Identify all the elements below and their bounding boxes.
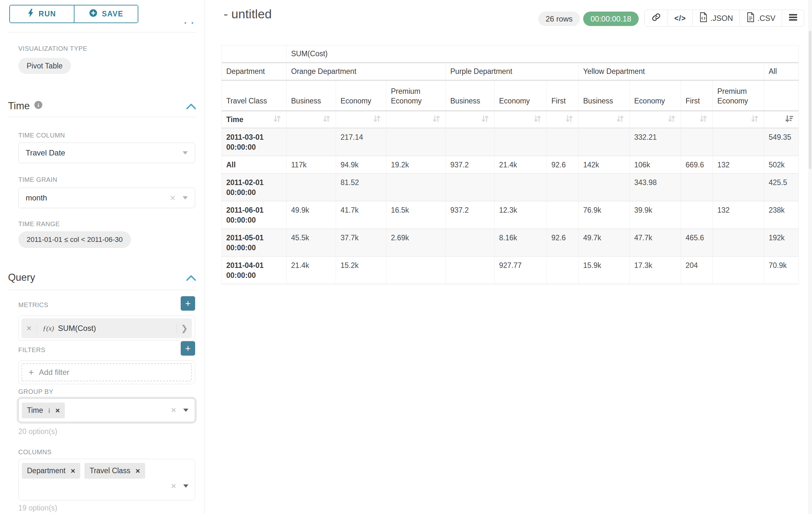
value-cell [713,229,764,257]
chevron-right-icon[interactable]: ❯ [176,324,192,333]
query-timer-badge: 00:00:00.18 [583,11,639,26]
sort-icon[interactable] [372,114,382,125]
sort-icon[interactable] [616,114,625,125]
sort-icon[interactable] [322,114,331,125]
time-column-select[interactable]: Travel Date [18,143,195,163]
superset-explore-view: Chart Type RUN SAVE VISUALIZATION TYPE P… [0,0,812,514]
table-row: 2011-05-01 00:00:0045.5k37.7k2.69k8.16k9… [222,229,799,257]
column-header: Economy [630,81,681,111]
run-button[interactable]: RUN [10,5,74,23]
sort-icon[interactable] [481,114,490,125]
value-cell: 502k [764,156,799,174]
value-cell [547,201,579,229]
value-cell: 12.3k [495,201,547,229]
selected-option-pill[interactable]: Department× [22,463,80,479]
value-cell: 8.16k [495,229,547,257]
time-grain-select[interactable]: month × [18,188,195,208]
scrollbar-thumb[interactable] [809,31,811,169]
group-by-options-hint: 20 option(s) [18,427,57,436]
value-cell: 47.7k [630,229,681,257]
value-cell: 465.6 [681,229,713,257]
row-label: All [222,156,287,174]
column-header: Economy [336,81,386,111]
row-label: 2011-03-01 00:00:00 [222,129,287,156]
value-cell [386,257,446,284]
sort-icon[interactable] [432,114,441,125]
sort-icon[interactable] [750,114,759,125]
svg-text:i: i [37,102,39,108]
scrollbar[interactable] [808,0,812,514]
metric-body[interactable]: ƒ(x) SUM(Cost) [37,324,176,333]
value-cell [386,174,446,201]
pill-label: Department [27,466,65,475]
export-csv-button[interactable]: .CSV [740,10,782,26]
remove-pill-icon[interactable]: × [70,466,75,476]
value-cell [579,174,630,201]
file-csv-icon [746,12,755,24]
visualization-type-label: VISUALIZATION TYPE [18,45,87,52]
panel-resize-handle[interactable] [184,22,193,24]
value-cell: 15.2k [336,257,386,284]
value-cell [446,257,495,284]
toolbar-button-label: .CSV [757,14,775,23]
time-range-pill[interactable]: 2011-01-01 ≤ col < 2011-06-30 [18,231,131,248]
query-section-header[interactable]: Query [8,272,35,283]
add-filter-button[interactable]: + Add filter [22,363,192,381]
selected-option-pill[interactable]: Timei× [22,403,65,418]
menu-button[interactable] [782,10,804,26]
sort-icon[interactable] [564,114,574,125]
sort-icon[interactable] [533,114,542,125]
plus-icon: + [29,367,34,377]
plus-circle-icon [89,9,97,19]
remove-pill-icon[interactable]: × [55,406,60,415]
clear-icon[interactable]: × [171,482,176,491]
export-json-button[interactable]: .JSON [692,10,740,26]
query-section-title: Query [8,272,35,283]
code-button[interactable]: </> [668,10,692,26]
columns-select[interactable]: Department×Travel Class× × [18,459,195,501]
pivot-corner-cell [222,45,287,63]
add-metric-button[interactable]: + [181,296,195,310]
value-cell [287,129,336,156]
remove-metric-icon[interactable]: × [22,324,37,333]
link-button[interactable] [645,10,668,26]
sort-icon[interactable] [667,114,676,125]
info-icon: i [34,100,43,112]
bolt-icon [28,9,34,19]
value-cell [495,129,547,156]
group-by-select[interactable]: Timei× × [18,398,195,422]
chevron-up-icon[interactable] [186,104,196,111]
metric-pill[interactable]: × ƒ(x) SUM(Cost) ❯ [22,318,192,338]
sort-icon[interactable] [272,114,282,125]
add-filter-plus-button[interactable]: + [181,341,195,356]
time-dimension-label: Time [226,115,243,124]
chevron-down-icon[interactable] [183,484,188,488]
value-cell: 37.7k [336,229,386,257]
chart-title[interactable]: - untitled [224,7,272,21]
sort-desc-icon[interactable] [784,114,794,125]
value-cell: 332.21 [630,129,681,156]
sort-icon[interactable] [699,114,708,125]
add-filter-label: Add filter [39,368,69,377]
remove-pill-icon[interactable]: × [136,466,140,476]
value-cell: 549.35 [764,129,799,156]
columns-options-hint: 19 option(s) [18,504,57,512]
value-cell: 45.5k [287,229,336,257]
clear-icon[interactable]: × [170,193,176,203]
time-section-header[interactable]: Time i [8,100,43,112]
visualization-type-pill[interactable]: Pivot Table [18,58,71,74]
value-cell: 21.4k [287,257,336,284]
pivot-table: SUM(Cost)DepartmentOrange DepartmentPurp… [222,45,799,284]
run-save-button-group: RUN SAVE [9,5,138,23]
selected-option-pill[interactable]: Travel Class× [84,463,145,479]
time-section-title: Time [8,100,30,112]
chevron-up-icon[interactable] [186,275,196,282]
table-row: 2011-06-01 00:00:0049.9k41.7k16.5k937.21… [222,201,799,229]
chevron-down-icon[interactable] [183,409,188,412]
value-cell: 17.3k [630,257,681,284]
save-button-label: SAVE [102,10,123,18]
toolbar-button-label: .JSON [710,14,733,23]
clear-icon[interactable]: × [171,406,176,415]
save-button[interactable]: SAVE [74,5,138,23]
columns-label: COLUMNS [18,449,52,456]
